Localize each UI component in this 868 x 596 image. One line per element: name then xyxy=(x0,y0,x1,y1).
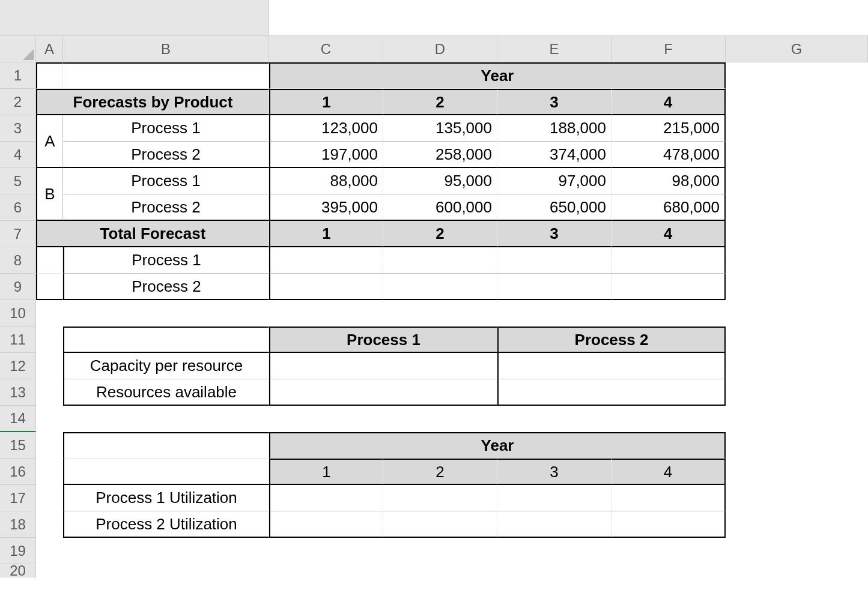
cell-F3[interactable]: 215,000 xyxy=(612,115,726,142)
cell-G18[interactable] xyxy=(726,511,868,538)
cell-F20[interactable] xyxy=(612,564,726,577)
row-header-9[interactable]: 9 xyxy=(0,274,36,300)
row-header-4[interactable]: 4 xyxy=(0,142,36,168)
year-col-1a[interactable]: 1 xyxy=(269,89,383,115)
cell-A16[interactable] xyxy=(36,459,63,485)
row-header-5[interactable]: 5 xyxy=(0,168,36,194)
cell-E5[interactable]: 97,000 xyxy=(497,168,612,194)
cell-B17[interactable]: Process 1 Utilization xyxy=(63,485,269,511)
cell-G11[interactable] xyxy=(726,327,868,353)
cell-E20[interactable] xyxy=(497,564,612,577)
cell-G16[interactable] xyxy=(726,459,868,485)
cell-D17[interactable] xyxy=(383,485,497,511)
name-box[interactable] xyxy=(0,0,269,35)
col-header-E[interactable]: E xyxy=(497,36,612,62)
cell-C6[interactable]: 395,000 xyxy=(269,194,383,221)
cell-A14[interactable] xyxy=(36,406,63,432)
year-col-4a[interactable]: 4 xyxy=(612,89,726,115)
cell-F14[interactable] xyxy=(612,406,726,432)
cell-G4[interactable] xyxy=(726,142,868,168)
year-col-3c[interactable]: 3 xyxy=(497,459,612,485)
row-header-18[interactable]: 18 xyxy=(0,511,36,538)
cell-A12[interactable] xyxy=(36,353,63,379)
forecasts-by-product-header[interactable]: Forecasts by Product xyxy=(36,89,269,115)
cell-E9[interactable] xyxy=(497,274,612,300)
year-col-1b[interactable]: 1 xyxy=(269,221,383,247)
cell-E14[interactable] xyxy=(497,406,612,432)
row-header-3[interactable]: 3 xyxy=(0,115,36,142)
cell-A8[interactable] xyxy=(36,247,63,274)
cell-B15[interactable] xyxy=(63,432,269,459)
cell-B12[interactable]: Capacity per resource xyxy=(63,353,269,379)
cell-B19[interactable] xyxy=(63,538,269,564)
cell-G9[interactable] xyxy=(726,274,868,300)
cell-C9[interactable] xyxy=(269,274,383,300)
cell-B13[interactable]: Resources available xyxy=(63,379,269,406)
cell-F9[interactable] xyxy=(612,274,726,300)
cell-A17[interactable] xyxy=(36,485,63,511)
cell-CD13[interactable] xyxy=(269,379,497,406)
cell-A20[interactable] xyxy=(36,564,63,577)
row-header-6[interactable]: 6 xyxy=(0,194,36,221)
cell-A13[interactable] xyxy=(36,379,63,406)
col-header-D[interactable]: D xyxy=(383,36,497,62)
total-forecast-header[interactable]: Total Forecast xyxy=(36,221,269,247)
select-all-corner[interactable] xyxy=(0,36,36,62)
year-col-4b[interactable]: 4 xyxy=(612,221,726,247)
cell-E6[interactable]: 650,000 xyxy=(497,194,612,221)
cell-D14[interactable] xyxy=(383,406,497,432)
col-header-A[interactable]: A xyxy=(36,36,63,62)
cell-B8[interactable]: Process 1 xyxy=(63,247,269,274)
cell-E4[interactable]: 374,000 xyxy=(497,142,612,168)
cell-F5[interactable]: 98,000 xyxy=(612,168,726,194)
cell-E8[interactable] xyxy=(497,247,612,274)
cell-B6[interactable]: Process 2 xyxy=(63,194,269,221)
year-col-2b[interactable]: 2 xyxy=(383,221,497,247)
cell-G3[interactable] xyxy=(726,115,868,142)
year-col-2a[interactable]: 2 xyxy=(383,89,497,115)
cell-D4[interactable]: 258,000 xyxy=(383,142,497,168)
cell-G10[interactable] xyxy=(726,300,868,327)
cell-F10[interactable] xyxy=(612,300,726,327)
cell-F4[interactable]: 478,000 xyxy=(612,142,726,168)
cell-B3[interactable]: Process 1 xyxy=(63,115,269,142)
cell-G5[interactable] xyxy=(726,168,868,194)
row-header-8[interactable]: 8 xyxy=(0,247,36,274)
cell-G19[interactable] xyxy=(726,538,868,564)
cell-E19[interactable] xyxy=(497,538,612,564)
cell-A19[interactable] xyxy=(36,538,63,564)
cell-B18[interactable]: Process 2 Utilization xyxy=(63,511,269,538)
cell-D3[interactable]: 135,000 xyxy=(383,115,497,142)
row-header-14[interactable]: 14 xyxy=(0,406,36,432)
year-col-3b[interactable]: 3 xyxy=(497,221,612,247)
process1-col-header[interactable]: Process 1 xyxy=(269,327,497,353)
cell-B14[interactable] xyxy=(63,406,269,432)
col-header-F[interactable]: F xyxy=(612,36,726,62)
cell-D5[interactable]: 95,000 xyxy=(383,168,497,194)
year-col-1c[interactable]: 1 xyxy=(269,459,383,485)
cell-G2[interactable] xyxy=(726,89,868,115)
grid[interactable]: A B C D E F G 1 Year 2 Forecasts by Prod… xyxy=(0,36,868,591)
year-header-2[interactable]: Year xyxy=(269,432,726,459)
cell-D10[interactable] xyxy=(383,300,497,327)
row-header-19[interactable]: 19 xyxy=(0,538,36,564)
cell-G6[interactable] xyxy=(726,194,868,221)
cell-C4[interactable]: 197,000 xyxy=(269,142,383,168)
cell-D18[interactable] xyxy=(383,511,497,538)
cell-B10[interactable] xyxy=(63,300,269,327)
cell-B1[interactable] xyxy=(63,62,269,89)
cell-B9[interactable]: Process 2 xyxy=(63,274,269,300)
cell-C5[interactable]: 88,000 xyxy=(269,168,383,194)
process2-col-header[interactable]: Process 2 xyxy=(497,327,726,353)
cell-C17[interactable] xyxy=(269,485,383,511)
cell-C3[interactable]: 123,000 xyxy=(269,115,383,142)
cell-G1[interactable] xyxy=(726,62,868,89)
cell-C14[interactable] xyxy=(269,406,383,432)
cell-D19[interactable] xyxy=(383,538,497,564)
col-header-G[interactable]: G xyxy=(726,36,868,62)
row-header-2[interactable]: 2 xyxy=(0,89,36,115)
cell-EF12[interactable] xyxy=(497,353,726,379)
cell-A10[interactable] xyxy=(36,300,63,327)
cell-G20[interactable] xyxy=(726,564,868,577)
cell-G7[interactable] xyxy=(726,221,868,247)
